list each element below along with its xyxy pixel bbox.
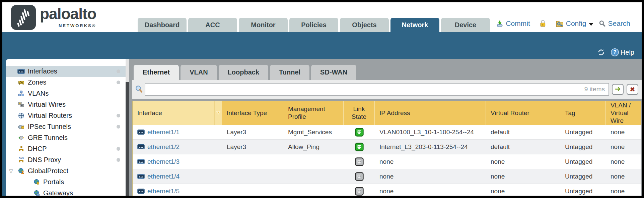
status-dot — [117, 114, 120, 117]
filter-bar: 9 items ➜ ✖ — [132, 80, 642, 99]
sidebar-item-dns-proxy[interactable]: DNS DNS Proxy — [6, 154, 129, 165]
status-dot — [117, 69, 120, 73]
sidebar-scrollbar[interactable] — [126, 59, 129, 196]
gateways-icon — [32, 190, 41, 196]
interface-link[interactable]: ethernet1/4 — [147, 173, 180, 180]
clear-filter-button[interactable]: ✖ — [627, 84, 638, 95]
sidebar-item-virtual-routers[interactable]: Virtual Routers — [6, 110, 129, 121]
column-header-tag[interactable]: Tag — [560, 101, 606, 125]
column-header-interface-type[interactable]: Interface Type — [222, 101, 283, 125]
link-state-up-icon — [355, 128, 364, 137]
globalprotect-icon — [17, 168, 25, 174]
table-row[interactable]: ethernet1/4 none none Untagged none — [133, 169, 641, 184]
nav-tab-network[interactable]: Network — [390, 18, 439, 32]
sidebar-item-virtual-wires[interactable]: Virtual Wires — [6, 99, 129, 110]
config-menu[interactable]: Config — [556, 19, 596, 28]
status-dot — [117, 158, 120, 162]
nic-icon — [137, 130, 145, 135]
filter-input[interactable] — [145, 83, 609, 96]
link-state-down-icon — [355, 172, 364, 181]
apply-filter-button[interactable]: ➜ — [612, 84, 624, 95]
tree-expand-icon[interactable]: ▽ — [9, 168, 13, 174]
sidebar-item-interfaces[interactable]: Interfaces — [6, 66, 129, 77]
status-dot — [117, 125, 120, 129]
interface-link[interactable]: ethernet1/5 — [147, 188, 180, 195]
svg-text:DNS: DNS — [19, 157, 24, 159]
link-state-down-icon — [355, 187, 364, 196]
table-row[interactable]: ethernet1/3 none none Untagged none — [133, 154, 641, 169]
interface-link[interactable]: ethernet1/2 — [147, 143, 180, 151]
column-header-interface[interactable]: Interface — [133, 101, 215, 125]
zones-icon — [17, 79, 25, 86]
main-nav: Dashboard ACC Monitor Policies Objects N… — [138, 18, 490, 32]
column-filter-dropdown[interactable] — [215, 101, 222, 125]
link-state-up-icon — [355, 143, 364, 151]
search-button[interactable]: Search — [599, 19, 630, 28]
lock-icon[interactable] — [540, 20, 546, 27]
table-row[interactable]: ethernet1/1 Layer3 Mgmt_Services VLAN010… — [133, 125, 641, 140]
logo-sub: NETWORKS® — [59, 23, 96, 28]
virtual-wires-icon — [17, 101, 25, 108]
nav-tab-monitor[interactable]: Monitor — [239, 18, 288, 32]
chevron-down-icon — [589, 23, 593, 26]
nav-tab-policies[interactable]: Policies — [289, 18, 338, 32]
logo-brand: paloalto — [40, 5, 96, 22]
tab-ethernet[interactable]: Ethernet — [134, 65, 179, 80]
nic-icon — [137, 144, 145, 149]
interface-link[interactable]: ethernet1/3 — [147, 158, 180, 165]
header-utilities: Commit Config — [496, 19, 630, 28]
tab-sdwan[interactable]: SD-WAN — [311, 65, 356, 80]
column-header-link-state[interactable]: Link State — [344, 101, 375, 125]
nav-tab-device[interactable]: Device — [441, 18, 490, 32]
filter-search-icon — [135, 85, 143, 93]
table-header: Interface Interface Type Management Prof… — [133, 101, 641, 125]
interfaces-table: Interface Interface Type Management Prof… — [132, 101, 641, 196]
filter-triangle-icon — [216, 111, 221, 115]
table-row[interactable]: ethernet1/2 Layer3 Allow_Ping Internet_L… — [133, 140, 641, 154]
sub-header-band: ? Help — [2, 32, 642, 59]
nav-tab-acc[interactable]: ACC — [188, 18, 237, 32]
interface-type-tabs: Ethernet VLAN Loopback Tunnel SD-WAN — [132, 65, 642, 80]
sidebar-item-vlans[interactable]: VLANs — [6, 88, 129, 99]
tab-loopback[interactable]: Loopback — [219, 65, 268, 80]
nav-tab-objects[interactable]: Objects — [340, 18, 389, 32]
top-bar: paloalto NETWORKS® Dashboard ACC Monitor… — [2, 2, 642, 32]
nav-tab-dashboard[interactable]: Dashboard — [138, 18, 187, 32]
sidebar-item-zones[interactable]: Zones — [6, 77, 129, 88]
column-header-virtual-router[interactable]: Virtual Router — [486, 101, 560, 125]
sidebar-item-gateways[interactable]: Gateways — [6, 188, 129, 196]
tab-vlan[interactable]: VLAN — [181, 65, 217, 80]
ipsec-tunnels-icon — [17, 123, 25, 130]
help-icon: ? — [611, 48, 619, 56]
tab-tunnel[interactable]: Tunnel — [270, 65, 309, 80]
nic-icon — [137, 174, 145, 179]
nic-icon — [137, 189, 145, 194]
sidebar-item-globalprotect[interactable]: ▽ GlobalProtect — [6, 165, 129, 177]
vlans-icon — [17, 90, 25, 97]
sidebar-item-ipsec-tunnels[interactable]: IPSec Tunnels — [6, 121, 129, 132]
interfaces-icon — [17, 69, 25, 74]
config-icon — [556, 20, 564, 27]
interface-link[interactable]: ethernet1/1 — [147, 129, 180, 136]
red-x-icon: ✖ — [630, 86, 635, 93]
status-dot — [117, 147, 120, 151]
column-header-management-profile[interactable]: Management Profile — [283, 101, 344, 125]
sidebar-item-portals[interactable]: Portals — [6, 177, 129, 188]
paloalto-logo-icon — [11, 5, 36, 30]
refresh-icon[interactable] — [597, 48, 605, 56]
dns-proxy-icon: DNS — [17, 157, 25, 163]
sidebar-item-gre-tunnels[interactable]: GRE Tunnels — [6, 132, 129, 143]
help-button[interactable]: ? Help — [611, 48, 634, 56]
scrollbar-thumb[interactable] — [126, 82, 129, 196]
commit-icon — [496, 20, 504, 27]
sidebar-item-dhcp[interactable]: IP DHCP — [6, 143, 129, 154]
status-dot — [117, 81, 120, 84]
app-window: paloalto NETWORKS® Dashboard ACC Monitor… — [0, 0, 644, 198]
commit-button[interactable]: Commit — [496, 19, 530, 28]
table-row[interactable]: ethernet1/5 none none Untagged none — [133, 184, 641, 196]
column-header-vlan-virtual-wire[interactable]: VLAN / Virtual Wire — [606, 101, 641, 125]
paloalto-logo: paloalto NETWORKS® — [11, 5, 96, 30]
svg-text:IP: IP — [20, 146, 22, 149]
column-header-ip-address[interactable]: IP Address — [375, 101, 486, 125]
main-content: Ethernet VLAN Loopback Tunnel SD-WAN 9 i… — [129, 59, 642, 196]
